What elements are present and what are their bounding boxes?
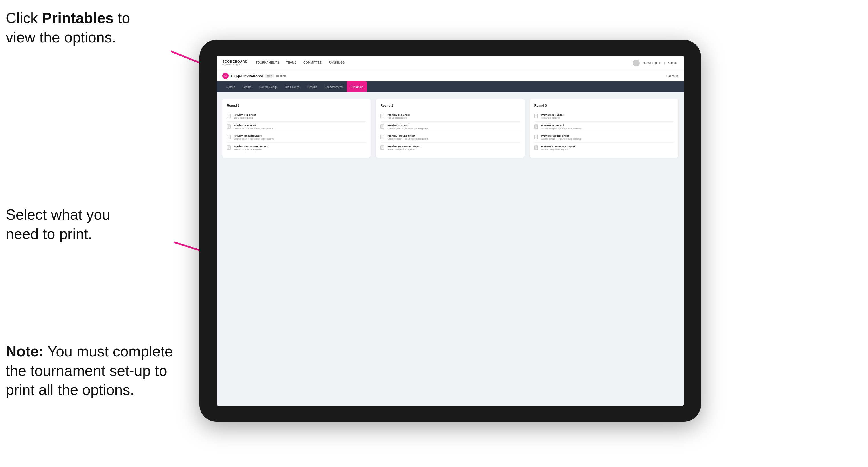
- round-3-scorecard[interactable]: Preview Scorecard Course setup + Tee She…: [534, 122, 674, 132]
- doc-icon: [380, 145, 385, 150]
- nav-teams[interactable]: TEAMS: [286, 61, 297, 65]
- doc-icon: [534, 124, 539, 129]
- note-bold: Note:: [6, 343, 43, 360]
- doc-icon: [534, 145, 539, 150]
- doc-icon: [227, 145, 231, 150]
- tournament-name: C Clippd Invitational Men Hosting: [222, 73, 285, 79]
- tournament-title: Clippd Invitational: [231, 74, 263, 78]
- nav-committee[interactable]: COMMITTEE: [304, 61, 322, 65]
- round-2-raguzzi[interactable]: Preview Raguzzi Sheet Course setup + Tee…: [380, 132, 520, 143]
- round-3-raguzzi[interactable]: Preview Raguzzi Sheet Course setup + Tee…: [534, 132, 674, 143]
- tab-course-setup[interactable]: Course Setup: [255, 82, 281, 92]
- instruction-mid: Select what you need to print.: [6, 205, 110, 244]
- round-1-report-text: Preview Tournament Report Round Completi…: [234, 145, 268, 151]
- sign-out-link[interactable]: Sign out: [668, 61, 678, 64]
- top-nav-links: TOURNAMENTS TEAMS COMMITTEE RANKINGS: [256, 61, 632, 65]
- round-1-tee-sheet[interactable]: Preview Tee Sheet Tee Sheet required: [227, 111, 366, 122]
- doc-icon: [534, 135, 539, 140]
- tab-teams[interactable]: Teams: [239, 82, 255, 92]
- round-3-section: Round 3 Preview Tee Sheet Tee Sheet requ…: [530, 99, 678, 158]
- round-1-tournament-report[interactable]: Preview Tournament Report Round Completi…: [227, 143, 366, 153]
- brand-sub: Powered by clippd: [222, 63, 248, 66]
- round-1-section: Round 1 Preview Tee Sheet Tee Sheet requ…: [222, 99, 371, 158]
- round-3-tee-sheet-text: Preview Tee Sheet Tee Sheet required: [541, 114, 563, 119]
- round-3-tournament-report[interactable]: Preview Tournament Report Round Completi…: [534, 143, 674, 153]
- tablet-screen: SCOREBOARD Powered by clippd TOURNAMENTS…: [217, 56, 684, 406]
- round-2-raguzzi-text: Preview Raguzzi Sheet Course setup + Tee…: [387, 134, 428, 140]
- user-avatar: [633, 60, 640, 66]
- round-2-scorecard-text: Preview Scorecard Course setup + Tee She…: [387, 124, 428, 130]
- round-2-report-text: Preview Tournament Report Round Completi…: [387, 145, 421, 151]
- tournament-header: C Clippd Invitational Men Hosting Cancel…: [217, 70, 684, 82]
- hosting-badge: Hosting: [276, 74, 286, 77]
- instruction-bot: Note: You must complete the tournament s…: [6, 342, 182, 400]
- tablet-device: SCOREBOARD Powered by clippd TOURNAMENTS…: [199, 40, 701, 422]
- round-1-title: Round 1: [227, 104, 366, 107]
- round-2-title: Round 2: [380, 104, 520, 107]
- doc-icon: [380, 124, 385, 129]
- doc-icon: [380, 135, 385, 140]
- tab-leaderboards[interactable]: Leaderboards: [321, 82, 346, 92]
- tab-printables[interactable]: Printables: [346, 82, 367, 92]
- doc-icon: [227, 135, 231, 140]
- nav-rankings[interactable]: RANKINGS: [329, 61, 344, 65]
- printables-bold: Printables: [42, 10, 114, 26]
- round-2-tee-sheet[interactable]: Preview Tee Sheet Tee Sheet required: [380, 111, 520, 122]
- tab-tee-groups[interactable]: Tee Groups: [281, 82, 304, 92]
- c-logo: C: [222, 73, 228, 79]
- main-content: Round 1 Preview Tee Sheet Tee Sheet requ…: [217, 92, 684, 406]
- scoreboard-brand: SCOREBOARD Powered by clippd: [222, 60, 248, 66]
- doc-icon: [227, 124, 231, 129]
- round-2-scorecard[interactable]: Preview Scorecard Course setup + Tee She…: [380, 122, 520, 132]
- nav-tournaments[interactable]: TOURNAMENTS: [256, 61, 279, 65]
- rounds-grid: Round 1 Preview Tee Sheet Tee Sheet requ…: [222, 99, 678, 158]
- doc-icon: [380, 114, 385, 119]
- tab-results[interactable]: Results: [304, 82, 321, 92]
- round-1-tee-sheet-text: Preview Tee Sheet Tee Sheet required: [234, 114, 256, 119]
- top-nav-right: blair@clippd.io | Sign out: [633, 60, 678, 66]
- round-3-title: Round 3: [534, 104, 674, 107]
- round-1-raguzzi[interactable]: Preview Raguzzi Sheet Course setup + Tee…: [227, 132, 366, 143]
- round-3-report-text: Preview Tournament Report Round Completi…: [541, 145, 575, 151]
- round-1-scorecard[interactable]: Preview Scorecard Course setup + Tee She…: [227, 122, 366, 132]
- top-nav: SCOREBOARD Powered by clippd TOURNAMENTS…: [217, 56, 684, 70]
- cancel-button[interactable]: Cancel ✕: [666, 74, 678, 77]
- tab-details[interactable]: Details: [222, 82, 239, 92]
- brand-title: SCOREBOARD: [222, 60, 248, 63]
- round-2-tee-sheet-text: Preview Tee Sheet Tee Sheet required: [387, 114, 409, 119]
- round-3-scorecard-text: Preview Scorecard Course setup + Tee She…: [541, 124, 582, 130]
- round-1-raguzzi-text: Preview Raguzzi Sheet Course setup + Tee…: [234, 134, 274, 140]
- instruction-top: Click Printables toview the options.: [6, 8, 130, 47]
- tournament-badge: Men: [265, 74, 274, 78]
- round-3-raguzzi-text: Preview Raguzzi Sheet Course setup + Tee…: [541, 134, 582, 140]
- tab-bar: Details Teams Course Setup Tee Groups Re…: [217, 82, 684, 92]
- user-email: blair@clippd.io: [643, 61, 661, 64]
- round-2-section: Round 2 Preview Tee Sheet Tee Sheet requ…: [376, 99, 524, 158]
- round-2-tournament-report[interactable]: Preview Tournament Report Round Completi…: [380, 143, 520, 153]
- separator: |: [664, 61, 665, 64]
- round-1-scorecard-text: Preview Scorecard Course setup + Tee She…: [234, 124, 274, 130]
- doc-icon: [227, 114, 231, 119]
- round-3-tee-sheet[interactable]: Preview Tee Sheet Tee Sheet required: [534, 111, 674, 122]
- doc-icon: [534, 114, 539, 119]
